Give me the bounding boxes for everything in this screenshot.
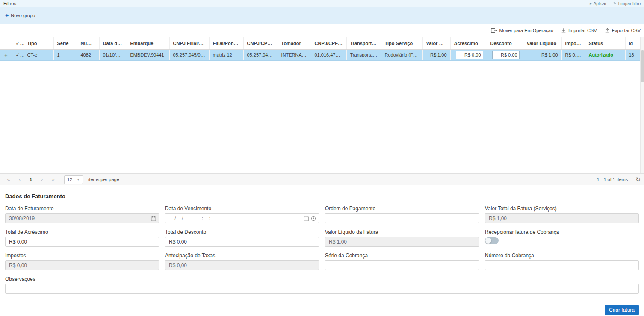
observacoes-input[interactable]: [5, 284, 639, 294]
column-header-impostos[interactable]: Impostos: [561, 37, 585, 49]
select-all-checkbox[interactable]: ✓: [12, 37, 24, 49]
field-valor-total: Valor Total da Fatura (Serviços): [485, 206, 639, 223]
new-group-label: Novo grupo: [11, 13, 35, 18]
column-header-embarque[interactable]: Embarque: [127, 37, 169, 49]
import-csv-button[interactable]: Importar CSV: [561, 28, 597, 33]
field-total-desconto: Total de Desconto: [165, 229, 319, 247]
move-to-operation-button[interactable]: Mover para Em Operação: [491, 28, 554, 33]
cell-data-emissao: 01/10/2018 11:07: [99, 49, 127, 60]
documents-grid: ✓ Tipo Série Número Data de Emiss... Emb…: [0, 37, 644, 173]
refresh-icon[interactable]: ↻: [635, 176, 641, 183]
field-impostos: Impostos: [5, 253, 159, 270]
checkbox-checked-icon: ✓: [16, 52, 24, 58]
status-badge: Autorizado: [589, 52, 613, 57]
pager-current-page[interactable]: 1: [26, 175, 36, 184]
pager-info: 1 - 1 of 1 items: [597, 177, 628, 182]
cell-serie: 1: [53, 49, 77, 60]
row-checkbox[interactable]: ✓: [12, 49, 24, 60]
plus-icon: +: [5, 12, 9, 18]
chevron-down-icon: ▼: [77, 178, 80, 182]
grid-toolbar: Mover para Em Operação Importar CSV Expo…: [0, 24, 644, 37]
grouping-bar: + Novo grupo: [0, 7, 644, 24]
expand-icon: +: [4, 52, 8, 58]
data-vencimento-input[interactable]: [165, 213, 319, 223]
apply-filter-icon: ▸: [590, 1, 592, 6]
billing-form: Dados de Faturamento Data de Faturamento…: [0, 185, 644, 315]
serie-cobranca-input[interactable]: [325, 260, 479, 270]
ordem-pagamento-input[interactable]: [325, 213, 479, 223]
column-header-filial[interactable]: Filial/Ponto de O...: [209, 37, 243, 49]
column-header-tomador[interactable]: Tomador: [278, 37, 311, 49]
checkbox-checked-icon: ✓: [16, 40, 24, 46]
field-valor-liquido: Valor Líquido da Fatura: [325, 229, 479, 247]
data-faturamento-label: Data de Faturamento: [5, 206, 159, 212]
column-header-valor-bruto[interactable]: Valor Bruto: [422, 37, 450, 49]
scrollbar-thumb[interactable]: [641, 50, 644, 82]
field-recepcionar: Recepcionar fatura de Cobrança: [485, 229, 639, 247]
new-group-button[interactable]: + Novo grupo: [5, 12, 35, 18]
expand-column-header: [0, 37, 12, 49]
field-observacoes: Observações: [5, 276, 639, 294]
desconto-input[interactable]: [492, 51, 520, 59]
table-row[interactable]: + ✓ CT-e 1 4082 01/10/2018 11:07 EMBDEV.…: [0, 49, 640, 60]
column-header-tipo[interactable]: Tipo: [24, 37, 53, 49]
move-icon: [491, 28, 497, 33]
column-header-numero[interactable]: Número: [77, 37, 99, 49]
numero-cobranca-input[interactable]: [485, 260, 639, 270]
ordem-pagamento-label: Ordem de Pagamento: [325, 206, 479, 212]
column-header-tipo-servico[interactable]: Tipo Serviço: [381, 37, 422, 49]
column-header-cnpj-transportador[interactable]: CNPJ/CPF Transp...: [311, 37, 346, 49]
cell-filial: matriz 12: [209, 49, 243, 60]
valor-total-input: [485, 213, 639, 223]
data-faturamento-input: [5, 213, 159, 223]
total-acrescimo-label: Total de Acréscimo: [5, 229, 159, 235]
impostos-label: Impostos: [5, 253, 159, 259]
export-csv-button[interactable]: Exportar CSV: [605, 28, 641, 33]
column-header-data-emissao[interactable]: Data de Emiss...: [99, 37, 127, 49]
field-ordem-pagamento: Ordem de Pagamento: [325, 206, 479, 223]
page-size-select[interactable]: 12 ▼: [64, 175, 83, 184]
impostos-input: [5, 260, 159, 270]
cell-valor-bruto: R$ 1,00: [422, 49, 450, 60]
column-header-id[interactable]: Id: [625, 37, 640, 49]
apply-filter-button[interactable]: ▸ Aplicar: [590, 1, 606, 6]
column-header-transportador[interactable]: Transportador: [346, 37, 381, 49]
acrescimo-input[interactable]: [456, 51, 483, 59]
items-per-page-label: items per page: [88, 177, 119, 182]
pager-next-button[interactable]: ›: [37, 176, 47, 182]
row-expand-button[interactable]: +: [0, 49, 12, 60]
import-csv-icon: [561, 28, 566, 33]
pager-first-button[interactable]: «: [3, 176, 14, 182]
serie-cobranca-label: Série da Cobrança: [325, 253, 479, 259]
column-header-serie[interactable]: Série: [53, 37, 77, 49]
recepcionar-label: Recepcionar fatura de Cobrança: [485, 229, 639, 235]
calendar-icon[interactable]: [304, 216, 309, 221]
pager-prev-button[interactable]: ‹: [15, 176, 25, 182]
observacoes-label: Observações: [5, 276, 639, 282]
total-desconto-input[interactable]: [165, 237, 319, 247]
column-header-acrescimo[interactable]: Acréscimo: [450, 37, 487, 49]
clock-icon[interactable]: [311, 216, 316, 221]
import-csv-label: Importar CSV: [568, 28, 597, 33]
column-header-cnpj-tomador[interactable]: CNPJ/CPF Tomador: [243, 37, 278, 49]
pager-last-button[interactable]: »: [48, 176, 58, 182]
filters-title: Filtros: [3, 1, 16, 6]
cell-numero: 4082: [77, 49, 99, 60]
grid-header-row: ✓ Tipo Série Número Data de Emiss... Emb…: [0, 37, 640, 49]
cell-tipo-servico: Rodoviário (FTL): [381, 49, 422, 60]
cell-valor-liquido: R$ 1,00: [523, 49, 561, 60]
form-footer: Criar fatura: [5, 305, 639, 315]
recepcionar-toggle[interactable]: [485, 237, 499, 244]
column-header-cnpj-filial[interactable]: CNPJ Filial/Ponto de ...: [169, 37, 209, 49]
cell-embarque: EMBDEV.90441: [127, 49, 169, 60]
column-header-desconto[interactable]: Desconto: [487, 37, 523, 49]
cell-cnpj-transportador: 01.016.473/0001-40: [311, 49, 346, 60]
total-acrescimo-input[interactable]: [5, 237, 159, 247]
column-header-status[interactable]: Status: [585, 37, 625, 49]
calendar-icon: [151, 216, 156, 221]
antecipacao-taxas-label: Antecipação de Taxas: [165, 253, 319, 259]
create-invoice-button[interactable]: Criar fatura: [605, 305, 639, 315]
clear-filter-button[interactable]: ✎ Limpar filtro: [613, 1, 641, 6]
column-header-valor-liquido[interactable]: Valor Líquido: [523, 37, 561, 49]
grid-vertical-scrollbar[interactable]: [640, 37, 644, 173]
